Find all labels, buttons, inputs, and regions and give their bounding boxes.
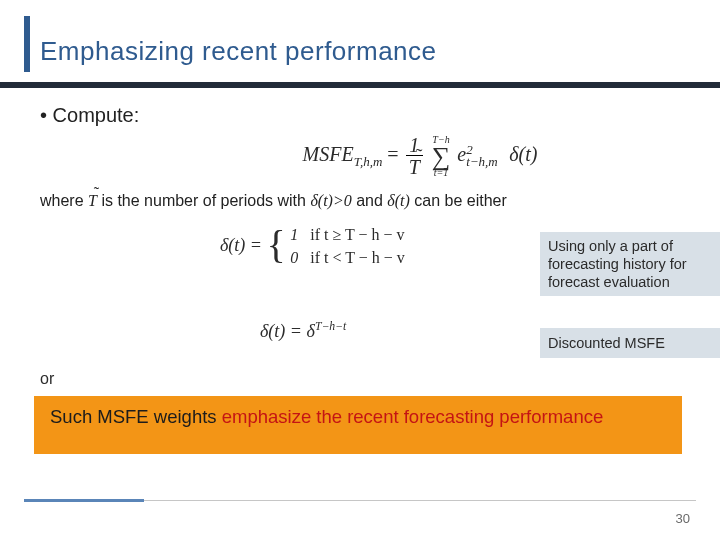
case1-cond: if t ≥ T − h − v bbox=[310, 226, 404, 243]
e-sub: t−h,m bbox=[466, 154, 498, 169]
bullet-compute-text: Compute: bbox=[53, 104, 140, 126]
case2-cond: if t < T − h − v bbox=[310, 249, 404, 266]
where-mid: is the number of periods with bbox=[101, 192, 310, 209]
title-accent-bar bbox=[24, 16, 30, 72]
delta-lhs: δ(t) = bbox=[220, 235, 267, 255]
header-rule bbox=[0, 82, 720, 88]
callout-discounted-msfe: Discounted MSFE bbox=[540, 328, 720, 358]
where-cond: δ(t)>0 bbox=[310, 192, 351, 209]
case1-val: 1 bbox=[290, 226, 298, 243]
highlight-box: Such MSFE weights emphasize the recent f… bbox=[34, 396, 682, 454]
where-line: where T is the number of periods with δ(… bbox=[40, 192, 680, 210]
delta-tail: δ(t) bbox=[509, 143, 537, 165]
delta-piecewise-formula: δ(t) = { 1 if t ≥ T − h − v 0 if t < T −… bbox=[220, 224, 405, 269]
highlight-red: emphasize the recent forecasting perform… bbox=[222, 406, 604, 427]
where-Ttilde: T bbox=[88, 192, 97, 210]
delta-exp-lhs: δ(t) = δ bbox=[260, 321, 315, 341]
slide: Emphasizing recent performance • Compute… bbox=[0, 0, 720, 540]
bullet-compute: • Compute: bbox=[40, 104, 680, 127]
or-text: or bbox=[40, 370, 680, 388]
slide-title: Emphasizing recent performance bbox=[40, 36, 437, 67]
slide-number: 30 bbox=[676, 511, 690, 526]
msfe-sub: T,h,m bbox=[354, 154, 383, 169]
msfe-symbol: MSFE bbox=[303, 143, 354, 165]
fraction-den: T bbox=[409, 156, 420, 178]
sum-lower: t=1 bbox=[432, 168, 451, 178]
case2-val: 0 bbox=[290, 249, 298, 266]
where-suffix: can be either bbox=[414, 192, 507, 209]
where-prefix: where bbox=[40, 192, 88, 209]
fraction: 1 T bbox=[406, 135, 423, 178]
title-area: Emphasizing recent performance bbox=[40, 36, 437, 67]
delta-exp-sup: T−h−t bbox=[315, 320, 346, 333]
callout-partial-history: Using only a part of forecasting history… bbox=[540, 232, 720, 296]
highlight-black: Such MSFE weights bbox=[50, 406, 222, 427]
footer-accent bbox=[24, 499, 144, 502]
summation: T−h ∑ t=1 bbox=[432, 135, 451, 178]
delta-exp-formula: δ(t) = δT−h−t bbox=[260, 320, 346, 342]
where-mid2: and bbox=[356, 192, 387, 209]
where-dt: δ(t) bbox=[387, 192, 410, 209]
formula-msfe: MSFET,h,m = 1 T T−h ∑ t=1 e2t−h,m δ(t) bbox=[160, 135, 680, 178]
e-base: e bbox=[457, 143, 466, 165]
